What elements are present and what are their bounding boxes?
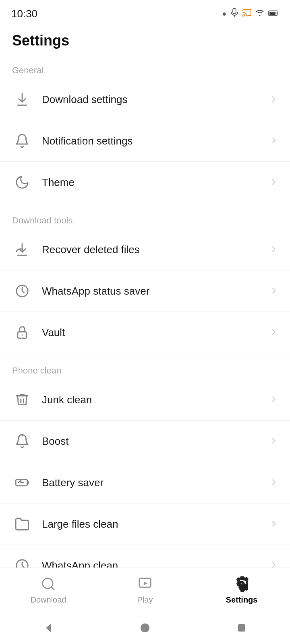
section-label-general: General: [0, 61, 290, 79]
mic-icon: [230, 8, 238, 19]
chevron-right-icon-theme: [270, 176, 278, 189]
menu-label-junk-clean: Junk clean: [42, 394, 270, 406]
nav-label-play: Play: [137, 595, 153, 605]
chevron-right-icon-vault: [270, 326, 278, 339]
menu-label-whatsapp-status-saver: WhatsApp status saver: [42, 285, 270, 297]
menu-item-battery-saver[interactable]: Battery saver: [0, 462, 290, 504]
svg-marker-21: [46, 624, 51, 632]
svg-point-22: [141, 623, 149, 632]
status-icons: ●: [222, 8, 279, 19]
nav-label-settings: Settings: [226, 595, 258, 605]
menu-item-theme[interactable]: Theme: [0, 162, 290, 203]
recover-icon: [12, 239, 32, 260]
svg-line-18: [51, 587, 54, 590]
cast-icon: [242, 8, 251, 19]
menu-item-large-files-clean[interactable]: Large files clean: [0, 504, 290, 545]
menu-label-recover-deleted-files: Recover deleted files: [42, 244, 270, 256]
back-button[interactable]: [38, 618, 58, 638]
play-icon: [136, 575, 154, 593]
chevron-right-icon-whatsapp-status-saver: [270, 285, 278, 297]
svg-rect-23: [238, 624, 245, 632]
home-button[interactable]: [135, 618, 155, 638]
section-label-download-tools: Download tools: [0, 211, 290, 229]
svg-rect-0: [233, 8, 236, 14]
chevron-right-icon-recover-deleted-files: [270, 244, 278, 256]
section-label-phone-clean: Phone clean: [0, 361, 290, 379]
nav-label-download: Download: [31, 595, 66, 605]
menu-label-battery-saver: Battery saver: [42, 477, 270, 489]
settings-sections: GeneralDownload settingsNotification set…: [0, 61, 290, 628]
bell-icon: [12, 131, 32, 151]
folder-icon: [12, 514, 32, 534]
nav-item-settings[interactable]: Settings: [193, 575, 290, 605]
chevron-right-icon-boost: [270, 435, 278, 448]
menu-item-junk-clean[interactable]: Junk clean: [0, 379, 290, 421]
chevron-right-icon-large-files-clean: [270, 518, 278, 530]
search-icon: [39, 575, 57, 593]
bottom-nav: Download Play Settings: [0, 568, 290, 612]
download-icon: [12, 89, 32, 109]
menu-label-boost: Boost: [42, 435, 270, 448]
battery-icon: [268, 8, 279, 19]
menu-label-notification-settings: Notification settings: [42, 135, 270, 147]
chevron-right-icon-battery-saver: [270, 477, 278, 489]
menu-item-boost[interactable]: Boost: [0, 421, 290, 462]
status-time: 10:30: [11, 8, 37, 20]
menu-label-download-settings: Download settings: [42, 93, 270, 106]
status-bar: 10:30 ●: [0, 0, 290, 24]
wifi-icon: [255, 8, 264, 19]
battery-icon: [12, 473, 32, 493]
whatsapp-clock-icon: [12, 281, 32, 301]
menu-item-recover-deleted-files[interactable]: Recover deleted files: [0, 229, 290, 270]
nav-item-download[interactable]: Download: [0, 575, 97, 605]
chevron-right-icon-download-settings: [270, 93, 278, 106]
menu-label-vault: Vault: [42, 326, 270, 339]
lock-icon: [12, 322, 32, 343]
menu-item-notification-settings[interactable]: Notification settings: [0, 120, 290, 162]
rocket-bell-icon: [12, 431, 32, 451]
svg-rect-4: [269, 12, 276, 15]
menu-label-large-files-clean: Large files clean: [42, 518, 270, 530]
moon-icon: [12, 172, 32, 192]
svg-marker-20: [144, 582, 148, 586]
nav-item-play[interactable]: Play: [97, 575, 193, 605]
gear-icon: [233, 575, 251, 593]
menu-label-theme: Theme: [42, 176, 270, 189]
menu-item-vault[interactable]: Vault: [0, 312, 290, 353]
trash-bag-icon: [12, 390, 32, 410]
page-title: Settings: [0, 24, 290, 61]
svg-point-2: [242, 16, 243, 17]
system-nav: [0, 612, 290, 644]
menu-item-download-settings[interactable]: Download settings: [0, 79, 290, 120]
menu-item-whatsapp-status-saver[interactable]: WhatsApp status saver: [0, 270, 290, 312]
chevron-right-icon-junk-clean: [270, 394, 278, 406]
chevron-right-icon-notification-settings: [270, 135, 278, 147]
alert-icon: ●: [222, 10, 226, 18]
recents-button[interactable]: [232, 618, 252, 638]
svg-point-7: [21, 334, 23, 336]
